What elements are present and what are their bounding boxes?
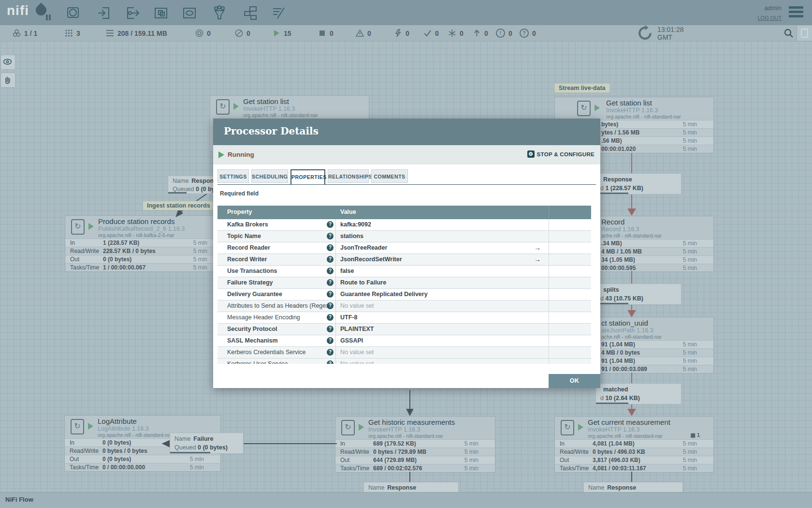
- connection-label-matched[interactable]: matched d 10 (2.64 KB): [595, 383, 682, 404]
- processor-title: ct station_uuid: [601, 319, 648, 327]
- threads-icon: [65, 29, 73, 37]
- processor-bundle: org.apache.nifi - nifi-standard-nar: [588, 433, 663, 439]
- property-row-security-protocol: Security Protocol ? PLAINTEXT: [218, 324, 591, 335]
- queued-status: 208 / 159.11 MB: [106, 25, 167, 41]
- label-ingest-station-records[interactable]: Ingest station records: [143, 201, 215, 210]
- connection-label-response-right[interactable]: Response d 1 (228.57 KB): [595, 173, 682, 194]
- help-icon[interactable]: ?: [327, 337, 334, 344]
- tab-relationships[interactable]: RELATIONSHIPS: [328, 169, 369, 183]
- transmitting-icon: [195, 29, 203, 37]
- tab-properties[interactable]: PROPERTIES: [290, 169, 325, 184]
- dialog-title: Processor Details: [224, 125, 319, 137]
- processor-icon: ↻: [71, 419, 84, 434]
- state-label: Running: [228, 151, 254, 158]
- canvas-tool-button-2[interactable]: [0, 73, 15, 88]
- processor-icon: ↻: [561, 420, 574, 435]
- breadcrumb[interactable]: NiFi Flow: [5, 496, 33, 503]
- processor-icon: ↻: [71, 219, 85, 235]
- processor-title: Get current measurement: [588, 418, 670, 426]
- last-refresh[interactable]: 13:01:28 GMT: [637, 25, 684, 41]
- connection-label-response-left[interactable]: NameResponse Queued 0 (0 bytes: [168, 176, 214, 194]
- processor-bundle: org.apache.nifi - nifi-standard-nar: [243, 112, 318, 118]
- running-icon: [578, 424, 583, 431]
- refresh-icon: [637, 25, 653, 42]
- help-icon[interactable]: ?: [327, 268, 334, 274]
- processor-bundle: org.apache.nifi - nifi-standard-nar: [368, 433, 443, 439]
- help-icon[interactable]: ?: [327, 360, 334, 364]
- processor-bundle: ache.nifi - nifi-standard-nar: [601, 233, 662, 239]
- processor-title: Get station list: [243, 97, 289, 105]
- help-icon[interactable]: ?: [327, 326, 334, 332]
- help-icon[interactable]: ?: [327, 233, 334, 239]
- header-toolbar: nifi admin LOG OUT: [0, 0, 812, 25]
- label-palette-icon[interactable]: [271, 5, 287, 21]
- eye-icon: [2, 57, 13, 67]
- help-icon[interactable]: ?: [327, 256, 334, 263]
- connection-label-splits[interactable]: splits d 43 (10.75 KB): [595, 284, 682, 305]
- process-group-palette-icon[interactable]: [153, 5, 169, 21]
- new-ui-button[interactable]: [797, 26, 812, 41]
- status-bar: 1 / 1 3 208 / 159.11 MB 0 0 15: [0, 25, 812, 42]
- invalid-icon: [356, 29, 364, 37]
- help-icon[interactable]: ?: [327, 244, 334, 251]
- search-button[interactable]: [784, 29, 794, 38]
- processor-type: InvokeHTTP 1.16.3: [243, 105, 295, 112]
- help-icon[interactable]: ?: [327, 291, 334, 298]
- not-transmitting-icon: [235, 29, 243, 37]
- cluster-status: 1 / 1: [13, 25, 37, 41]
- processor-type: InvokeHTTP 1.16.3: [588, 426, 639, 433]
- dialog-header: Processor Details: [213, 119, 600, 145]
- processor-get-historic-measurements[interactable]: ↻ Get historic measurements InvokeHTTP 1…: [335, 416, 495, 473]
- running-icon: [88, 223, 94, 230]
- logout-link[interactable]: LOG OUT: [757, 15, 782, 21]
- go-to-service-icon[interactable]: →: [534, 244, 541, 252]
- ok-button[interactable]: OK: [549, 374, 600, 388]
- help-icon[interactable]: ?: [327, 349, 334, 356]
- processor-title: Produce station records: [98, 217, 174, 225]
- go-to-service-icon[interactable]: →: [534, 255, 541, 263]
- property-row-kerberos-user-service: Kerberos User Service ? No value set: [218, 359, 591, 364]
- processor-type: Record 1.16.3: [601, 226, 639, 233]
- stop-and-configure-button[interactable]: ⚙ STOP & CONFIGURE: [527, 150, 594, 158]
- global-menu-icon[interactable]: [789, 6, 803, 18]
- remote-process-group-palette-icon[interactable]: [181, 5, 198, 21]
- processor-type: InvokeHTTP 1.16.3: [368, 426, 420, 433]
- help-icon[interactable]: ?: [327, 221, 334, 228]
- help-icon[interactable]: ?: [327, 314, 334, 321]
- tab-comments[interactable]: COMMENTS: [371, 169, 408, 183]
- template-palette-icon[interactable]: [242, 5, 259, 21]
- sync-failure-status: ? 0: [520, 25, 536, 41]
- processor-title: Record: [601, 218, 624, 226]
- up-to-date-status: 0: [423, 25, 439, 41]
- processor-icon: ↻: [341, 420, 355, 435]
- processor-type: PublishKafkaRecord_2_6 1.16.3: [98, 225, 185, 232]
- funnel-palette-icon[interactable]: [211, 5, 228, 21]
- stale-status: 0: [473, 25, 488, 41]
- tab-settings[interactable]: SETTINGS: [218, 169, 249, 183]
- processor-title: LogAttribute: [98, 417, 137, 425]
- property-row-attributes-headers: Attributes to Send as Headers (Regex) ? …: [218, 300, 591, 312]
- sync-failure-icon: ?: [520, 29, 529, 38]
- processor-get-current-measurement[interactable]: ↻ Get current measurement InvokeHTTP 1.1…: [554, 416, 714, 473]
- help-icon[interactable]: ?: [327, 279, 334, 286]
- locally-modified-icon: [448, 29, 456, 37]
- processor-palette-icon[interactable]: [65, 5, 81, 21]
- connection-label-failure[interactable]: NameFailure Queued 0 (0 bytes): [170, 433, 244, 454]
- label-stream-live-data[interactable]: Stream live-data: [554, 83, 610, 93]
- input-port-palette-icon[interactable]: [96, 5, 112, 21]
- running-icon: [594, 105, 600, 111]
- property-row-kafka-brokers: Kafka Brokers ? kafka:9092: [218, 219, 591, 231]
- queued-icon: [106, 29, 114, 37]
- up-to-date-icon: [423, 29, 432, 37]
- tab-scheduling[interactable]: SCHEDULING: [251, 169, 288, 183]
- processor-produce-station-records[interactable]: ↻ Produce station records PublishKafkaRe…: [65, 215, 224, 272]
- nifi-logo-dots: [46, 15, 52, 20]
- hand-icon: [2, 75, 13, 85]
- output-port-palette-icon[interactable]: [124, 5, 141, 21]
- running-icon: [218, 151, 224, 158]
- canvas-tool-button-1[interactable]: [0, 55, 15, 70]
- not-transmitting-status: 0: [235, 25, 250, 41]
- help-icon[interactable]: ?: [327, 302, 334, 309]
- running-status: 15: [272, 25, 291, 41]
- property-row-message-header-encoding: Message Header Encoding ? UTF-8: [218, 312, 591, 324]
